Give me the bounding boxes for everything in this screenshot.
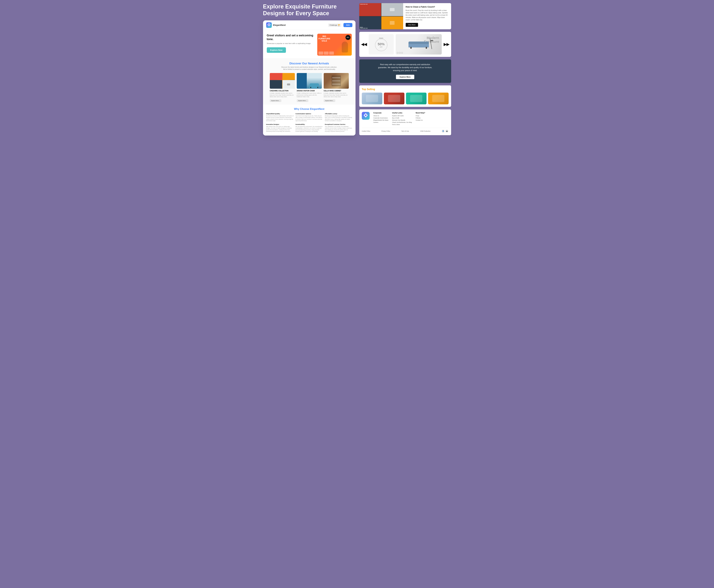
why-item-sustainability-desc: We care about the environment. Our commi… — [295, 126, 323, 132]
why-item-luxury: Affordable Luxury: Elevate your living s… — [325, 113, 352, 122]
footer-col-help-heading: Need Help? — [416, 112, 425, 114]
sofa-leg-right — [426, 47, 427, 49]
product-name-cheshire: Cheshire Collection — [270, 90, 295, 92]
product-name-ariana: Ariana Visitor Chair — [297, 90, 322, 92]
footer-link-policies[interactable]: Policies — [416, 117, 425, 119]
footer-top: Corporate About Us Corporate Governance … — [362, 112, 449, 126]
footer-child-production[interactable]: Child Production — [420, 130, 430, 132]
footer-cookie-policy[interactable]: Cookie Policy — [362, 130, 370, 132]
product-desc-cheshire: A simple, stackable wooden shoe rack to … — [270, 92, 295, 98]
carousel-prev-button[interactable]: ◀◀ — [359, 42, 369, 46]
why-item-sustainability-title: Sustainability: — [295, 124, 323, 125]
main-hero-title: Explore Exquisite Furniture Designs for … — [263, 3, 355, 17]
hero-banner-image: BIGFURNITURESALE 50% — [317, 34, 352, 56]
carousel-discount-off: OFF — [380, 46, 383, 48]
explore-more-btn-cheshire[interactable]: Explore More... — [270, 99, 281, 102]
why-item-customization-desc: Your home is as unique as you are. That'… — [295, 115, 323, 122]
explore-more-btn-cello[interactable]: Explore More... — [324, 99, 335, 102]
mini-product-2 — [324, 51, 329, 55]
newest-arrivals-section: Discover Our Newest Arrivals Discover th… — [263, 58, 355, 105]
social-icon-3 — [401, 52, 403, 54]
warranty-explore-button[interactable]: Explore More — [396, 75, 414, 79]
product-image-cheshire — [270, 73, 295, 89]
footer-link-store[interactable]: Find a Store — [392, 124, 412, 125]
footer-link-about[interactable]: About Us — [373, 115, 388, 117]
social-icon-1 — [397, 52, 399, 54]
article-heading: How to Clean a Fabric Couch? — [406, 6, 449, 8]
product-desc-ariana: Create a striking look in your home / of… — [297, 92, 322, 98]
why-item-quality-desc: We believe in the art of craftsmanship. … — [266, 115, 293, 122]
sofa-back — [408, 42, 429, 44]
website-card: ElegantNest Challenge 🏆 Join Greet visit… — [263, 20, 355, 135]
footer-col-help: Need Help? FAQs Policies Contact Us — [416, 112, 425, 126]
why-item-customer-service-title: Exceptional Customer Service: — [325, 124, 352, 125]
footer-link-governance[interactable]: Corporate Governance — [373, 117, 388, 119]
sale-title-text: BIGFURNITURESALE — [319, 35, 330, 42]
product-card-cheshire: Cheshire Collection A simple, stackable … — [270, 73, 295, 102]
selling-product-1 — [362, 92, 382, 104]
footer-link-careers[interactable]: Careers — [373, 122, 388, 123]
social-icon-2 — [399, 52, 401, 54]
hero-tagline: Greet visitors and set a welcoming tone. — [267, 34, 315, 41]
footer-link-brands[interactable]: Discover Our Brands — [392, 119, 412, 121]
why-item-customization-title: Customization Options: — [295, 113, 323, 114]
footer-link-bonhomie[interactable]: Check Out Bonhomie, Our Blog — [392, 122, 412, 123]
top-selling-static: Top — [362, 88, 367, 90]
top-selling-title: Top Selling — [362, 88, 449, 91]
person-silhouette — [342, 42, 348, 52]
footer-privacy-policy[interactable]: Privacy Policy — [381, 130, 390, 132]
why-item-customization: Customization Options: Your home is as u… — [295, 113, 323, 122]
footer-link-bulk[interactable]: Buy in Bulk — [392, 117, 412, 119]
why-item-sustainability: Sustainability: We care about the enviro… — [295, 124, 323, 132]
product-desc-cello: A simple, stackable wooden shoe rack to … — [324, 92, 349, 98]
footer-link-faqs[interactable]: FAQs — [416, 115, 425, 117]
footer-term-of-use[interactable]: Term of Use — [401, 130, 409, 132]
explore-more-btn-ariana[interactable]: Explore More... — [297, 99, 308, 102]
join-button[interactable]: Join — [343, 23, 352, 27]
footer-logo-col — [362, 112, 370, 126]
mini-product-1 — [319, 51, 323, 55]
product-image-cello — [324, 73, 349, 89]
left-panel: Explore Exquisite Furniture Designs for … — [263, 3, 355, 135]
product-3-img — [410, 95, 423, 102]
product-card-ariana: Ariana Visitor Chair Create a striking l… — [297, 73, 322, 102]
article-img-gray — [381, 3, 403, 16]
why-item-quality: Unparalleled Quality: We believe in the … — [266, 113, 293, 122]
product-name-cello: Cello Shoe Cabinet — [324, 90, 349, 92]
footer-link-gift[interactable]: Explore Gift Cards — [392, 115, 412, 117]
article-img-yellow — [381, 17, 403, 29]
why-title-static: Why Choose — [294, 108, 310, 110]
footer-logo-icon — [362, 112, 370, 120]
footer-social-icons: 👤 📷 — [442, 130, 448, 133]
view-more-button[interactable]: View More — [406, 23, 418, 27]
hero-subtitle: Showcase a popular or new item with a ca… — [267, 42, 315, 45]
selling-product-4 — [428, 92, 449, 104]
arrivals-title: Discover Our Newest Arrivals — [266, 62, 352, 65]
arrivals-title-static: Discover Our — [289, 62, 308, 65]
right-panel: FURNITURE 2020 DESIGN FURNITURE 2020 How… — [359, 3, 451, 135]
arrivals-subtitle: Discover the latest trends and timeless … — [280, 66, 339, 70]
article-text-area: How to Clean a Fabric Couch? Brush the c… — [403, 3, 451, 29]
product-card-cello: Cello Shoe Cabinet A simple, stackable w… — [324, 73, 349, 102]
product-2-img — [388, 95, 400, 102]
footer-social-icon-2[interactable]: 📷 — [445, 130, 448, 133]
footer-col-corporate-heading: Corporate — [373, 112, 388, 114]
why-choose-grid: Unparalleled Quality: We believe in the … — [266, 113, 352, 132]
article-card: FURNITURE 2020 DESIGN FURNITURE 2020 How… — [359, 3, 451, 29]
sale-badge: 50% — [346, 35, 350, 40]
selling-product-2 — [384, 92, 404, 104]
why-choose-title: Why Choose ElegantNest — [266, 108, 352, 110]
product-4-img — [432, 95, 445, 102]
mini-product-3 — [329, 51, 334, 55]
social-icons-row — [397, 52, 403, 54]
why-title-highlight: ElegantNest — [310, 108, 324, 110]
carousel-next-button[interactable]: ▶▶ — [442, 42, 451, 46]
challenge-badge[interactable]: Challenge 🏆 — [328, 23, 341, 27]
explore-now-button[interactable]: Explore Now — [267, 47, 286, 53]
footer-link-contact[interactable]: Contact Us — [416, 119, 425, 121]
footer-link-news[interactable]: ElegantNestin the News — [373, 119, 388, 121]
footer-social-icon-1[interactable]: 👤 — [442, 130, 445, 133]
why-item-luxury-desc: Elevate your living spaces without break… — [325, 115, 352, 122]
sofa-illustration — [408, 40, 429, 49]
why-item-innovative-desc: Stay ahead of the curve with our cutting… — [266, 126, 293, 132]
